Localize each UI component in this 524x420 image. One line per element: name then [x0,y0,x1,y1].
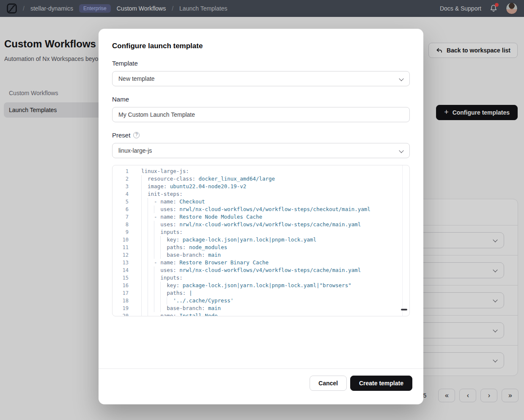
code-line: 5 - name: Checkout [112,198,409,206]
code-line: 15 inputs: [112,274,409,282]
code-line: 6 uses: nrwl/nx-cloud-workflows/v4/workf… [112,206,409,213]
modal-footer: Cancel Create template [310,376,412,391]
create-template-button[interactable]: Create template [350,376,412,391]
code-line: 14 uses: nrwl/nx-cloud-workflows/v4/work… [112,266,409,274]
name-label-text: Name [112,96,129,103]
configure-launch-template-modal: Configure launch template Template New t… [99,29,423,404]
code-line: 17 paths: | [112,289,409,297]
code-line: 3 image: ubuntu22.04-node20.19-v2 [112,183,409,190]
code-line: 9 inputs: [112,228,409,236]
template-select-value: New template [118,75,155,82]
preset-select-value: linux-large-js [118,147,152,154]
code-line: 4 init-steps: [112,190,409,198]
code-line: 8 uses: nrwl/nx-cloud-workflows/v4/workf… [112,221,409,228]
code-line: 16 key: package-lock.json|yarn.lock|pnpm… [112,282,409,289]
code-line: 12 base-branch: main [112,251,409,259]
modal-title: Configure launch template [112,42,410,50]
template-label-text: Template [112,60,138,67]
chevron-down-icon [399,76,403,81]
code-line: 1linux-large-js: [112,167,409,175]
chevron-down-icon [399,148,403,153]
cancel-button[interactable]: Cancel [310,376,347,391]
preset-select[interactable]: linux-large-js [112,143,410,158]
preset-label-text: Preset [112,132,130,139]
editor-scrollbar-thumb[interactable] [401,309,407,310]
editor-scrollbar-track [402,165,403,316]
footer-divider [99,368,423,369]
code-line: 2 resource-class: docker_linux_amd64/lar… [112,175,409,183]
code-line: 18 '../.cache/Cypress' [112,297,409,305]
help-icon[interactable]: ? [133,132,140,138]
name-input-wrap [112,107,410,122]
preset-field-label: Preset ? [112,132,410,139]
template-select[interactable]: New template [112,71,410,86]
code-line: 20 - name: Install Node [112,312,409,316]
name-input[interactable] [118,107,403,122]
template-field-label: Template [112,60,410,67]
code-line: 19 base-branch: main [112,305,409,312]
code-line: 7 - name: Restore Node Modules Cache [112,213,409,221]
code-lines: 1linux-large-js:2 resource-class: docker… [112,165,409,316]
code-line: 10 key: package-lock.json|yarn.lock|pnpm… [112,236,409,244]
code-line: 11 paths: node_modules [112,244,409,251]
code-line: 13 - name: Restore Browser Binary Cache [112,259,409,266]
yaml-code-editor[interactable]: 1linux-large-js:2 resource-class: docker… [112,165,410,316]
name-field-label: Name [112,96,410,103]
